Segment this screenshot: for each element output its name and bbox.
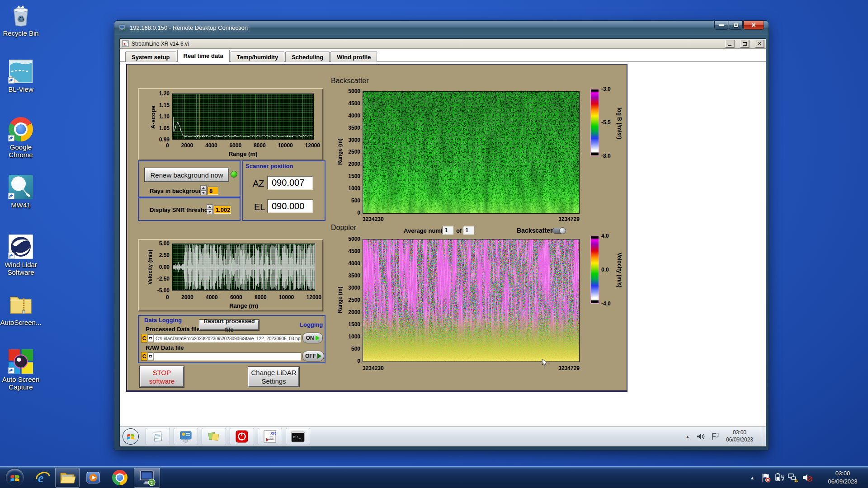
tick-label: -4.0 <box>601 300 611 307</box>
desktop-icon-autoscreen-zip[interactable]: AutoScreen... <box>0 292 42 326</box>
remote-tray-show-hidden[interactable]: ▲ <box>685 427 690 446</box>
host-clock[interactable]: 03:0006/09/2023 <box>819 469 866 486</box>
tick-label: 0 <box>166 294 169 300</box>
shortcut-arrow-icon <box>8 135 14 141</box>
tab-temp-humidity[interactable]: Temp/humidity <box>231 52 284 62</box>
tick-label: 12000 <box>305 142 320 149</box>
stop-software-button[interactable]: STOPsoftware <box>140 366 184 387</box>
rays-spinner[interactable] <box>200 185 207 195</box>
tab-scheduling[interactable]: Scheduling <box>285 52 330 62</box>
vi-minimize-button[interactable] <box>725 40 734 47</box>
velocity-yticks: 5.002.500.00-2.50-5.00 <box>153 240 170 294</box>
remote-taskbar-streamline-xr-button[interactable]: XR <box>258 428 282 445</box>
el-value-field[interactable]: 090.000 <box>267 199 313 213</box>
remote-taskbar-cmd-button[interactable]: C:\_ <box>286 428 310 445</box>
snr-value-field[interactable]: 1.002 <box>214 206 231 214</box>
processed-drive-selector[interactable]: C <box>141 334 147 343</box>
average-total-field[interactable]: 1 <box>463 226 474 235</box>
backscatter-colorbar-label: log B (/m/sr) <box>616 96 623 150</box>
desktop-icon-mw41[interactable]: MW41 <box>0 174 42 209</box>
ascope-frame: A-scope 1.201.151.101.050.99 02000400060… <box>138 88 323 160</box>
remote-clock[interactable]: 03:0006/09/2023 <box>720 429 760 443</box>
minimize-button[interactable] <box>714 21 728 30</box>
desktop-icon-recycle-bin[interactable]: ♻ Recycle Bin <box>0 3 42 37</box>
taskbar-wmp-button[interactable] <box>86 470 100 485</box>
remote-taskbar-display-settings-button[interactable] <box>174 428 198 445</box>
restart-processed-file-button[interactable]: Restart processed file <box>199 320 259 330</box>
remote-taskbar: XR C:\_ ▲ 03:0006/09/2023 <box>120 426 766 446</box>
tray-show-hidden-icons[interactable]: ▲ <box>747 473 758 483</box>
desktop-icon-label: Auto Screen Capture <box>0 375 42 391</box>
rdp-titlebar[interactable]: 192.168.0.150 - Remote Desktop Connectio… <box>114 21 769 34</box>
doppler-yticks: 5000450040003500300025002000150010005000 <box>344 236 360 364</box>
taskbar-explorer-button[interactable] <box>55 468 80 488</box>
raw-file-path-field[interactable] <box>154 352 301 361</box>
backscatter-x-end: 3234729 <box>558 216 580 222</box>
tab-wind-profile[interactable]: Wind profile <box>330 52 377 62</box>
change-lidar-settings-button[interactable]: Change LiDARSettings <box>248 367 299 387</box>
remote-tray-action-center-icon[interactable] <box>711 427 719 446</box>
renew-background-button[interactable]: Renew background now <box>145 168 229 182</box>
doppler-x-start: 3234230 <box>363 365 384 371</box>
on-led-arrow-icon <box>316 335 320 341</box>
desktop-icon-auto-screen-capture[interactable]: Auto Screen Capture <box>0 349 42 391</box>
vi-titlebar[interactable]: StreamLine XR v14-6.vi ✕ <box>120 39 766 49</box>
of-label: of <box>456 227 462 234</box>
maximize-button[interactable] <box>729 21 743 30</box>
raw-drive-selector[interactable]: C <box>141 352 147 361</box>
logging-label: Logging <box>300 321 323 328</box>
desktop-icon-label: BL-View <box>8 85 33 93</box>
taskbar-rdp-button[interactable] <box>134 468 160 488</box>
vi-restore-button[interactable] <box>740 40 749 47</box>
tick-label: 1.20 <box>159 90 170 97</box>
taskbar-ie-button[interactable]: e <box>35 470 51 485</box>
remote-taskbar-notepad-button[interactable] <box>146 428 170 445</box>
close-button[interactable]: ✕ <box>743 21 764 30</box>
internet-explorer-icon: e <box>35 470 51 485</box>
az-value-field[interactable]: 090.007 <box>267 176 313 190</box>
tab-real-time-data[interactable]: Real time data <box>177 50 230 62</box>
background-controls-box: Renew background now Rays in background … <box>138 160 241 197</box>
ascope-xticks: 020004000600080001000012000 <box>166 142 320 149</box>
remote-show-desktop-button[interactable] <box>762 427 766 446</box>
tray-volume-muted-icon[interactable] <box>802 473 813 483</box>
snr-spinner[interactable] <box>207 204 213 214</box>
rdp-icon <box>119 24 126 31</box>
shortcut-arrow-icon <box>8 367 14 374</box>
ascope-yticks: 1.201.151.101.050.99 <box>155 90 170 143</box>
rays-value-field[interactable]: 8 <box>208 187 218 195</box>
raw-browse-icon[interactable] <box>148 352 153 360</box>
average-number-field[interactable]: 1 <box>442 226 453 235</box>
tray-network-icon[interactable] <box>788 473 798 483</box>
processed-file-path-field[interactable]: C:\Lidar\Data\Proc\2023\202309\20230906\… <box>154 334 301 343</box>
desktop-icon-bl-view[interactable]: BL-View <box>0 59 42 93</box>
processed-browse-icon[interactable] <box>148 334 153 342</box>
remote-taskbar-sticky-notes-button[interactable] <box>202 428 226 445</box>
tick-label: 1000 <box>348 333 360 340</box>
desktop-icon-google-chrome[interactable]: Google Chrome <box>0 117 42 159</box>
remote-start-button[interactable] <box>123 428 139 445</box>
desktop-icon-label: Recycle Bin <box>3 29 38 37</box>
desktop-icon-wind-lidar[interactable]: Wind Lidar Software <box>0 234 42 276</box>
tick-label: 0.0 <box>601 267 609 273</box>
tray-action-center-icon[interactable] <box>760 473 771 483</box>
processed-logging-on-button[interactable]: ON <box>302 333 323 343</box>
svg-text:C:\_: C:\_ <box>293 436 301 439</box>
backscatter-toggle-switch[interactable] <box>552 228 566 234</box>
taskbar-chrome-button[interactable] <box>112 470 127 485</box>
start-button[interactable] <box>5 468 24 487</box>
tick-label: 4000 <box>348 260 360 267</box>
tick-label: 8000 <box>255 294 267 300</box>
tick-label: 5.00 <box>159 240 170 247</box>
renew-led-indicator <box>231 171 237 178</box>
tick-label: 0 <box>166 142 169 149</box>
tab-system-setup[interactable]: System setup <box>125 52 176 62</box>
tray-power-icon[interactable] <box>774 473 785 483</box>
tick-label: 4000 <box>348 113 360 119</box>
remote-tray-volume-icon[interactable] <box>696 427 705 446</box>
remote-taskbar-stop-button[interactable] <box>230 428 254 445</box>
vi-close-button[interactable]: ✕ <box>755 40 764 47</box>
backscatter-yticks: 5000450040003500300025002000150010005000 <box>344 88 360 216</box>
tick-label: 5000 <box>348 88 360 94</box>
raw-logging-off-button[interactable]: OFF <box>302 351 324 361</box>
